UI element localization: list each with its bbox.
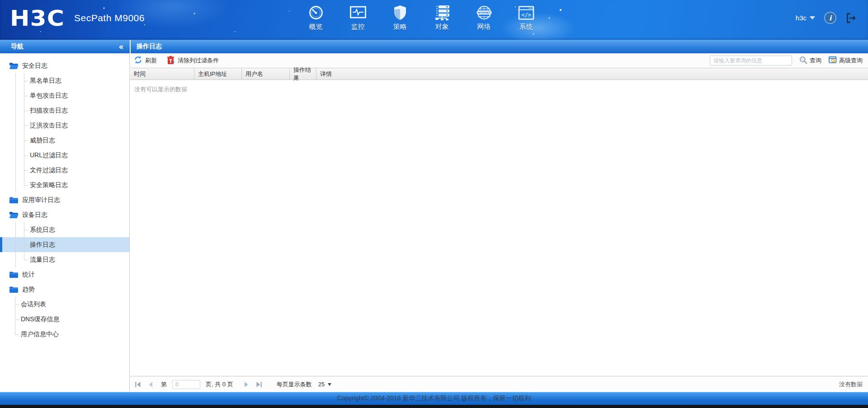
- network-globe-icon: INTERNET: [475, 3, 493, 22]
- advanced-query-icon: [829, 56, 837, 66]
- sidebar-item-label: 黑名单日志: [30, 77, 61, 85]
- sidebar-item-label: 统计: [22, 271, 35, 279]
- clear-filter-label: 清除列过滤条件: [178, 56, 219, 65]
- tree-guide-line: [15, 118, 16, 133]
- sidebar-item-label: 扫描攻击日志: [30, 107, 68, 115]
- svg-text:INTERNET: INTERNET: [478, 11, 491, 14]
- tree-connector: [24, 88, 29, 103]
- sidebar-item-label: 应用审计日志: [22, 196, 60, 204]
- copyright-text: Copyright© 2004-2018 新华三技术有限公司 版权所有，保留一切…: [337, 394, 531, 403]
- nav-item-monitor[interactable]: 监控: [337, 3, 379, 31]
- product-name: SecPath M9006: [74, 13, 145, 23]
- user-dropdown[interactable]: h3c: [796, 14, 815, 22]
- banner-right: h3c i: [796, 12, 857, 24]
- sidebar-item-18[interactable]: 用户信息中心: [0, 327, 129, 342]
- sidebar-item-2[interactable]: 单包攻击日志: [0, 88, 129, 103]
- nav-item-system[interactable]: </> 系统: [505, 3, 547, 31]
- tree-connector: [24, 133, 29, 148]
- tree-guide-line: [15, 133, 16, 148]
- sidebar-title: 导航: [11, 42, 24, 51]
- page-prefix-label: 第: [161, 380, 167, 389]
- sidebar-item-12[interactable]: 操作日志: [0, 237, 129, 252]
- tree-connector: [15, 297, 20, 312]
- nav-label: 概览: [309, 23, 323, 31]
- sidebar-item-15[interactable]: 趋势: [0, 282, 129, 297]
- empty-state-text: 没有可以显示的数据: [134, 85, 187, 94]
- sidebar-item-17[interactable]: DNS缓存信息: [0, 312, 129, 327]
- sidebar-item-8[interactable]: 安全策略日志: [0, 178, 129, 192]
- sidebar-item-label: 单包攻击日志: [30, 92, 68, 100]
- column-header-host-ip[interactable]: 主机IP地址: [194, 68, 242, 80]
- sidebar-item-label: 泛洪攻击日志: [30, 122, 68, 130]
- refresh-button[interactable]: 刷新: [134, 56, 157, 66]
- username: h3c: [796, 14, 807, 22]
- nav-label: 监控: [351, 23, 365, 31]
- monitor-icon: [349, 3, 367, 22]
- query-label: 查询: [810, 56, 821, 65]
- top-navigation: 概览 监控 策略 对象 INTERNET 网络: [295, 3, 547, 31]
- sidebar-item-6[interactable]: URL过滤日志: [0, 148, 129, 163]
- sidebar-item-3[interactable]: 扫描攻击日志: [0, 103, 129, 118]
- advanced-query-button[interactable]: 高级查询: [829, 56, 863, 66]
- sidebar-item-10[interactable]: 设备日志: [0, 207, 129, 222]
- sidebar-collapse-button[interactable]: «: [119, 42, 123, 51]
- sidebar-item-9[interactable]: 应用审计日志: [0, 192, 129, 207]
- sidebar-item-11[interactable]: 系统日志: [0, 222, 129, 237]
- column-header-time[interactable]: 时间: [130, 68, 194, 80]
- pagination-bar: 第 页, 共 0 页 每页显示条数 25 没有数据: [130, 376, 868, 392]
- tree-connector: [15, 312, 20, 327]
- column-header-username[interactable]: 用户名: [242, 68, 290, 80]
- table-header: 时间 主机IP地址 用户名 操作结果 详情: [130, 68, 868, 80]
- tree-connector: [24, 222, 29, 237]
- page-number-input[interactable]: [172, 380, 200, 389]
- sidebar-item-14[interactable]: 统计: [0, 267, 129, 282]
- query-button[interactable]: 查询: [799, 56, 821, 66]
- sidebar-item-label: 威胁日志: [30, 136, 55, 145]
- column-header-result[interactable]: 操作结果: [290, 68, 316, 80]
- logout-icon[interactable]: [845, 12, 857, 24]
- sidebar-item-1[interactable]: 黑名单日志: [0, 73, 129, 88]
- chevron-down-icon: [810, 16, 815, 19]
- tree-guide-line: [15, 88, 16, 103]
- sidebar-header: 导航 «: [0, 40, 130, 53]
- clear-filter-button[interactable]: 清除列过滤条件: [167, 56, 219, 66]
- tree-guide-line: [15, 73, 16, 88]
- sidebar-item-5[interactable]: 威胁日志: [0, 133, 129, 148]
- nav-item-network[interactable]: INTERNET 网络: [463, 3, 505, 31]
- per-page-select[interactable]: 25: [318, 381, 331, 388]
- last-page-icon[interactable]: [256, 381, 262, 388]
- sidebar-item-4[interactable]: 泛洪攻击日志: [0, 118, 129, 133]
- sidebar-item-label: 安全策略日志: [30, 181, 68, 189]
- pagination-status: 没有数据: [839, 380, 863, 389]
- search-input[interactable]: [710, 56, 792, 66]
- tree-guide-line: [15, 103, 16, 118]
- next-page-icon[interactable]: [243, 381, 250, 388]
- sidebar-item-label: 文件过滤日志: [30, 166, 68, 174]
- nav-item-overview[interactable]: 概览: [295, 3, 337, 31]
- sidebar-item-7[interactable]: 文件过滤日志: [0, 163, 129, 178]
- column-header-detail[interactable]: 详情: [316, 68, 868, 80]
- page-title: 操作日志: [137, 42, 162, 51]
- info-icon[interactable]: i: [824, 12, 836, 24]
- tree-guide-line: [15, 237, 16, 252]
- tree-connector: [24, 163, 29, 178]
- sidebar-item-0[interactable]: 安全日志: [0, 58, 129, 73]
- nav-item-objects[interactable]: 对象: [421, 3, 463, 31]
- sidebar-item-13[interactable]: 流量日志: [0, 252, 129, 267]
- tree-connector: [24, 252, 29, 267]
- page-suffix-label: 页, 共 0 页: [206, 380, 233, 389]
- nav-item-policy[interactable]: 策略: [379, 3, 421, 31]
- sidebar-item-label: 系统日志: [30, 226, 55, 234]
- sidebar-item-label: 会话列表: [21, 300, 46, 309]
- first-page-icon[interactable]: [135, 381, 141, 388]
- h3c-logo: H3C: [10, 5, 65, 30]
- sidebar-item-16[interactable]: 会话列表: [0, 297, 129, 312]
- sidebar-item-label: 操作日志: [30, 241, 55, 249]
- refresh-icon: [134, 56, 142, 66]
- clear-filter-trash-icon: [167, 56, 175, 66]
- refresh-label: 刷新: [145, 56, 157, 65]
- prev-page-icon[interactable]: [147, 381, 154, 388]
- tree-guide-line: [15, 163, 16, 178]
- nav-label: 系统: [519, 23, 533, 31]
- footer-bottom-strip: [0, 405, 868, 408]
